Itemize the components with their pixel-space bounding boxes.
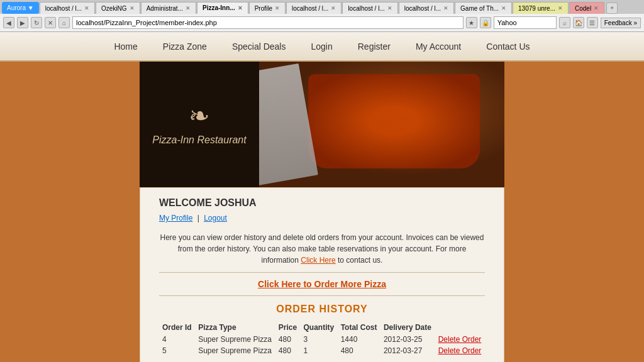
tab-code[interactable]: Codel ✕ — [569, 2, 604, 14]
pipe-separator: | — [197, 214, 199, 222]
website: Home Pizza Zone Special Deals Login Regi… — [0, 32, 644, 362]
cell-quantity: 1 — [301, 345, 338, 356]
order-history-table: Order Id Pizza Type Price Quantity Total… — [159, 321, 485, 356]
browser-chrome: Aurora ▼ localhost / l... ✕ OzekiNG ✕ Ad… — [0, 0, 644, 32]
delete-order-link-0[interactable]: Delete Order — [438, 335, 482, 344]
home-button[interactable]: ⌂ — [58, 17, 70, 28]
cell-price: 480 — [275, 334, 301, 345]
table-row: 4 Super Supreme Pizza 480 3 1440 2012-03… — [159, 334, 485, 345]
info-suffix: to contact us. — [338, 256, 382, 265]
tab-ozeki[interactable]: OzekiNG ✕ — [96, 2, 140, 14]
tab-localhost-1[interactable]: localhost / l... ✕ — [40, 2, 95, 14]
col-pizza-type: Pizza Type — [195, 321, 275, 334]
profile-links: My Profile | Logout — [159, 214, 485, 222]
hero-left: ❧ Pizza-Inn Restaurant — [140, 62, 259, 187]
tab-localhost-2[interactable]: localhost / l... ✕ — [286, 2, 341, 14]
nav-home[interactable]: Home — [101, 35, 150, 58]
tab-pizza-inn[interactable]: Pizza-Inn... ✕ — [197, 2, 248, 14]
search-input[interactable] — [494, 16, 557, 29]
nav-wrapper: Home Pizza Zone Special Deals Login Regi… — [0, 32, 644, 62]
my-profile-link[interactable]: My Profile — [159, 214, 192, 222]
order-history-heading: ORDER HISTORY — [159, 304, 485, 315]
cell-delivery-date: 2012-03-25 — [380, 334, 435, 345]
cell-pizza-type: Super Supreme Pizza — [195, 334, 275, 345]
cell-order-id: 5 — [159, 345, 195, 356]
bookmark-button[interactable]: ★ — [466, 17, 477, 28]
shield-icon: 🔒 — [480, 17, 491, 28]
cell-price: 480 — [275, 345, 301, 356]
hero-right — [259, 62, 504, 187]
content-area: WELCOME JOSHUA My Profile | Logout Here … — [140, 187, 504, 362]
pizza-image — [259, 62, 504, 187]
reload-button[interactable]: ↻ — [31, 17, 42, 28]
col-price: Price — [275, 321, 301, 334]
nav-register[interactable]: Register — [345, 35, 403, 58]
order-pizza-link[interactable]: Click Here to Order More Pizza — [159, 279, 485, 289]
home-page-button[interactable]: 🏠 — [573, 17, 584, 28]
delete-order-link-1[interactable]: Delete Order — [438, 346, 482, 355]
hero-section: ❧ Pizza-Inn Restaurant — [140, 62, 504, 187]
stop-button[interactable]: ✕ — [45, 17, 56, 28]
col-actions — [435, 321, 485, 334]
address-input[interactable] — [72, 16, 464, 29]
nav-bar: Home Pizza Zone Special Deals Login Regi… — [0, 32, 644, 60]
col-quantity: Quantity — [301, 321, 338, 334]
cell-pizza-type: Super Supreme Pizza — [195, 345, 275, 356]
col-order-id: Order Id — [159, 321, 195, 334]
nav-pizza-zone[interactable]: Pizza Zone — [150, 35, 219, 58]
tab-game[interactable]: Game of Th... ✕ — [455, 2, 512, 14]
tab-unre[interactable]: 13079 unre... ✕ — [513, 2, 569, 14]
cell-delete: Delete Order — [435, 345, 485, 356]
table-header-row: Order Id Pizza Type Price Quantity Total… — [159, 321, 485, 334]
separator-2 — [159, 295, 485, 296]
nav-my-account[interactable]: My Account — [403, 35, 474, 58]
col-total-cost: Total Cost — [338, 321, 380, 334]
separator-1 — [159, 272, 485, 273]
tab-localhost-4[interactable]: localhost / l... ✕ — [399, 2, 454, 14]
address-bar-row: ◀ ▶ ↻ ✕ ⌂ ★ 🔒 ⌕ 🏠 ☰ Feedback » — [0, 14, 644, 31]
restaurant-name: Pizza-Inn Restaurant — [152, 134, 246, 146]
nav-login[interactable]: Login — [298, 35, 345, 58]
cell-delete: Delete Order — [435, 334, 485, 345]
table-row: 5 Super Supreme Pizza 480 1 480 2012-03-… — [159, 345, 485, 356]
logo-ornament: ❧ — [189, 103, 210, 128]
tab-aurora[interactable]: Aurora ▼ — [2, 2, 39, 14]
cell-total-cost: 480 — [338, 345, 380, 356]
cell-order-id: 4 — [159, 334, 195, 345]
tab-localhost-3[interactable]: localhost / l... ✕ — [342, 2, 397, 14]
cell-total-cost: 1440 — [338, 334, 380, 345]
tab-profile[interactable]: Profile ✕ — [249, 2, 286, 14]
logout-link[interactable]: Logout — [204, 214, 227, 222]
back-button[interactable]: ◀ — [3, 17, 14, 28]
cell-delivery-date: 2012-03-27 — [380, 345, 435, 356]
tab-admin[interactable]: Administrat... ✕ — [141, 2, 196, 14]
search-go-button[interactable]: ⌕ — [559, 17, 570, 28]
nav-special-deals[interactable]: Special Deals — [219, 35, 299, 58]
cell-quantity: 3 — [301, 334, 338, 345]
click-here-link[interactable]: Click Here — [301, 256, 335, 265]
welcome-heading: WELCOME JOSHUA — [159, 197, 485, 209]
feedback-button[interactable]: Feedback » — [601, 18, 641, 28]
menu-button[interactable]: ☰ — [587, 17, 598, 28]
info-text: Here you can view order history and dele… — [159, 232, 485, 266]
forward-button[interactable]: ▶ — [17, 17, 28, 28]
nav-contact-us[interactable]: Contact Us — [474, 35, 542, 58]
col-delivery-date: Delivery Date — [380, 321, 435, 334]
new-tab-button[interactable]: + — [606, 3, 618, 14]
tab-bar: Aurora ▼ localhost / l... ✕ OzekiNG ✕ Ad… — [0, 0, 644, 14]
